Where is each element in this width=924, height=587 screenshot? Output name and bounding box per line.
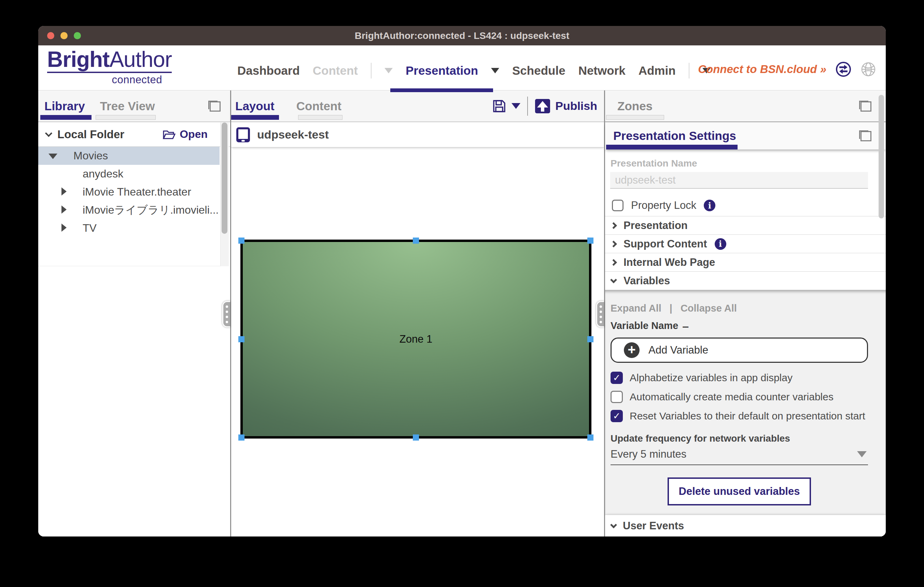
media-counter-variables-checkbox[interactable]: ✓: [610, 391, 623, 403]
section-internal-web-page[interactable]: Internal Web Page: [605, 253, 886, 272]
globe-icon[interactable]: [860, 61, 876, 77]
media-counter-variables-row: ✓ Automatically create media counter var…: [610, 391, 868, 403]
resize-handle-top-left[interactable]: [238, 238, 244, 244]
save-options-caret-icon[interactable]: [512, 103, 520, 109]
expand-arrow-icon[interactable]: [61, 206, 67, 214]
update-frequency-value: Every 5 minutes: [610, 448, 686, 460]
main-area: Library Tree View Local Folder Open: [38, 90, 886, 536]
save-icon[interactable]: [492, 99, 507, 113]
publish-button[interactable]: Publish: [555, 99, 597, 113]
tree-item-imovie-library[interactable]: iMovieライブラリ.imovieli...: [38, 201, 219, 219]
tab-zones[interactable]: Zones: [617, 99, 653, 113]
settings-scrollbar-thumb[interactable]: [879, 95, 884, 219]
library-panel: Library Tree View Local Folder Open: [38, 90, 230, 536]
expand-arrow-icon[interactable]: [61, 224, 67, 232]
logo-text: BrightAuthor: [47, 48, 172, 73]
variable-name-label: Variable Name: [610, 321, 678, 331]
library-tab-underline: [40, 115, 91, 120]
zones-tab-underline: [606, 115, 664, 120]
collapse-all-link[interactable]: Collapse All: [681, 303, 737, 313]
section-support-content[interactable]: Support Content i: [605, 235, 886, 253]
tree-item-tv[interactable]: TV: [38, 219, 219, 237]
publish-icon[interactable]: [535, 99, 550, 113]
minimize-icon[interactable]: [61, 32, 68, 39]
library-scrollbar-thumb[interactable]: [222, 123, 228, 234]
expand-all-link[interactable]: Expand All: [610, 303, 662, 313]
panel-toggle-icon[interactable]: [208, 101, 221, 112]
section-user-events[interactable]: User Events: [605, 515, 886, 536]
zone-1[interactable]: Zone 1: [240, 240, 591, 439]
tree-view-tab-underline: [96, 115, 156, 120]
nav-item-presentation[interactable]: Presentation: [406, 64, 478, 77]
tab-layout[interactable]: Layout: [235, 99, 274, 113]
panel-toggle-icon[interactable]: [859, 101, 871, 112]
window-title: BrightAuthor:connected - LS424 : udpseek…: [355, 30, 569, 41]
main-nav: Dashboard Content Presentation Schedule …: [237, 61, 711, 81]
resize-handle-middle-left[interactable]: [238, 336, 244, 342]
layout-tab-row: Layout Content: [231, 90, 604, 122]
nav-item-schedule[interactable]: Schedule: [512, 64, 566, 77]
alphabetize-variables-checkbox[interactable]: ✓: [610, 372, 623, 384]
resize-handle-top-middle[interactable]: [413, 238, 419, 244]
logo-subtitle: connected: [47, 74, 172, 86]
resize-handle-middle-right[interactable]: [587, 336, 594, 342]
resize-handle-bottom-right[interactable]: [587, 434, 594, 441]
tab-content[interactable]: Content: [296, 99, 342, 113]
tree-item-imovie-theater[interactable]: iMovie Theater.theater: [38, 183, 219, 201]
titlebar[interactable]: BrightAuthor:connected - LS424 : udpseek…: [38, 26, 886, 45]
resize-handle-top-right[interactable]: [587, 238, 594, 244]
dropdown-caret-icon: [857, 451, 867, 457]
update-frequency-label: Update frequency for network variables: [610, 434, 868, 443]
active-nav-underline: [390, 89, 493, 92]
nav-item-dashboard[interactable]: Dashboard: [237, 64, 300, 77]
resize-handle-bottom-left[interactable]: [238, 434, 244, 441]
presentation-toolbar: Publish: [492, 97, 597, 116]
update-frequency-select[interactable]: Every 5 minutes: [610, 448, 868, 465]
panel-toggle-icon[interactable]: [859, 130, 871, 141]
tree-item-movies[interactable]: Movies: [38, 147, 219, 165]
traffic-lights: [47, 32, 81, 39]
presentation-name-input[interactable]: udpseek-test: [610, 172, 868, 189]
nav-item-admin[interactable]: Admin: [639, 64, 676, 77]
tab-library[interactable]: Library: [45, 99, 85, 113]
left-splitter-handle[interactable]: [222, 301, 230, 327]
collapse-arrow-icon[interactable]: [48, 154, 57, 159]
property-lock-label: Property Lock: [631, 199, 696, 212]
logo-bold: Bright: [47, 47, 109, 72]
chevron-down-icon: [610, 521, 617, 528]
close-icon[interactable]: [47, 32, 54, 39]
presentation-doc-row: udpseek-test: [231, 122, 604, 148]
chevron-down-icon[interactable]: [45, 130, 52, 137]
nav-separator: [689, 63, 690, 79]
presentation-dropdown-caret-icon[interactable]: [491, 68, 499, 73]
transfer-icon[interactable]: [835, 61, 851, 77]
section-presentation[interactable]: Presentation: [605, 216, 886, 235]
zoom-icon[interactable]: [74, 32, 81, 39]
presentation-settings-title: Presentation Settings: [613, 129, 736, 143]
info-icon[interactable]: i: [704, 200, 715, 211]
section-variables[interactable]: Variables: [605, 272, 886, 290]
collapse-minus-icon[interactable]: –: [682, 322, 689, 329]
add-variable-button[interactable]: + Add Variable: [610, 337, 868, 363]
nav-item-content[interactable]: Content: [313, 64, 358, 77]
open-button-label: Open: [180, 128, 208, 141]
expand-collapse-separator: |: [670, 303, 672, 313]
reset-variables-checkbox[interactable]: ✓: [610, 410, 623, 422]
open-button[interactable]: Open: [163, 128, 208, 141]
nav-item-network[interactable]: Network: [578, 64, 625, 77]
chevron-right-icon: [610, 222, 617, 229]
plus-icon: +: [624, 342, 640, 358]
property-lock-row: Property Lock i: [612, 199, 886, 212]
resize-handle-bottom-middle[interactable]: [413, 434, 419, 441]
tree-item-anydesk[interactable]: anydesk: [38, 165, 219, 183]
tab-tree-view[interactable]: Tree View: [100, 99, 155, 113]
content-dropdown-caret-icon[interactable]: [384, 68, 393, 73]
connect-bsn-link[interactable]: Connect to BSN.cloud »: [698, 63, 826, 76]
delete-unused-variables-button[interactable]: Delete unused variables: [668, 477, 811, 505]
layout-canvas[interactable]: Zone 1: [231, 148, 604, 536]
right-splitter-handle[interactable]: [596, 301, 604, 327]
expand-arrow-icon[interactable]: [61, 187, 67, 196]
property-lock-checkbox[interactable]: [612, 200, 624, 211]
info-icon[interactable]: i: [715, 238, 726, 250]
presentation-title: udpseek-test: [257, 128, 329, 141]
